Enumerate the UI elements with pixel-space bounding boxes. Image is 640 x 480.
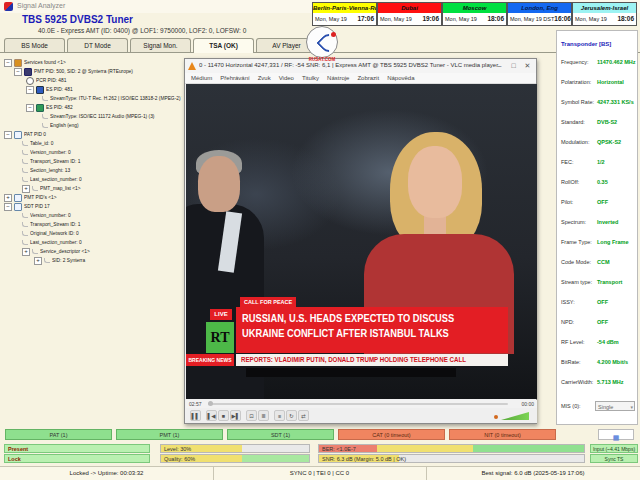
collapse-icon[interactable]: − [26, 86, 34, 94]
random-button[interactable]: ⇄ [298, 410, 309, 421]
psi-cat: CAT (0 timeout) [338, 429, 445, 440]
quality-fill-green [242, 455, 309, 462]
leaf-connector-icon [22, 222, 28, 227]
tree-item[interactable]: Table_id: 0 [22, 139, 57, 148]
vlc-minimize-icon[interactable]: – [493, 61, 506, 71]
pause-button[interactable]: ▌▌ [190, 410, 201, 421]
menu-view[interactable]: Zobrazit [357, 75, 379, 81]
clock-time: 16:06:57 [554, 13, 571, 25]
tuner-title: TBS 5925 DVBS2 Tuner [22, 14, 133, 25]
status-lock-uptime: Locked -> Uptime: 00:03:32 [0, 467, 214, 480]
tree-item[interactable]: English (eng) [42, 121, 82, 130]
collapse-icon[interactable]: − [14, 68, 22, 76]
next-button[interactable]: ▶▌ [230, 410, 241, 421]
param-label: RollOff: [561, 179, 579, 185]
tree-item[interactable]: +Service_descriptor <1> [22, 247, 97, 256]
tree-item[interactable]: PCR PID: 481 [26, 76, 71, 85]
clock-date: Mon, May 19 [445, 13, 477, 25]
tree-item[interactable]: Version_number: 0 [22, 211, 76, 220]
collapse-icon[interactable]: − [26, 104, 34, 112]
tab-bs-mode[interactable]: BS Mode [4, 38, 65, 52]
vlc-close-icon[interactable]: ✕ [521, 61, 534, 71]
tree-item[interactable]: Last_section_number: 0 [22, 238, 89, 247]
seek-handle[interactable] [208, 401, 213, 406]
satellite-dish-icon [306, 26, 338, 58]
collapse-icon[interactable]: − [4, 203, 12, 211]
previous-button[interactable]: ▌◀ [206, 410, 217, 421]
clock-date: Mon, May 19 DST [510, 13, 554, 25]
expand-icon[interactable]: + [34, 257, 42, 265]
tab-tsa[interactable]: TSA (OK) [193, 38, 254, 53]
param-label: Modulation: [561, 139, 589, 145]
playlist-button[interactable]: ≡ [274, 410, 285, 421]
tree-item[interactable]: Last_section_number: 0 [22, 175, 89, 184]
menu-video[interactable]: Video [279, 75, 294, 81]
menu-audio[interactable]: Zvuk [258, 75, 271, 81]
psi-pmt: PMT (1) [116, 429, 223, 440]
param-value: Horizontal [597, 79, 624, 85]
expand-icon[interactable]: + [22, 248, 30, 256]
param-value: 4247.331 KS/s [597, 99, 634, 105]
param-label: FEC: [561, 159, 574, 165]
tree-item[interactable]: Transport_Stream ID: 1 [22, 157, 87, 166]
leaf-connector-icon [42, 114, 48, 119]
param-value: OFF [597, 199, 608, 205]
watermark-logo: RUSAT.COM [300, 26, 344, 64]
present-indicator: Present [4, 444, 150, 453]
vlc-maximize-icon[interactable]: □ [507, 61, 520, 71]
param-value: OFF [597, 299, 608, 305]
tab-dt-mode[interactable]: DT Mode [67, 38, 128, 52]
loop-button[interactable]: ↻ [286, 410, 297, 421]
expand-icon[interactable]: + [22, 185, 30, 193]
tree-item[interactable]: +SID: 2 Synterra [34, 256, 90, 265]
collapse-icon[interactable]: − [4, 131, 12, 139]
video-area[interactable]: CALL FOR PEACE LIVE RT RUSSIAN, U.S. HEA… [186, 84, 537, 399]
volume-slider[interactable] [501, 412, 529, 420]
menu-media[interactable]: Médium [191, 75, 212, 81]
tree-item[interactable]: Original_Network ID: 0 [22, 229, 85, 238]
tree-item[interactable]: +PMT PID's <1> [4, 193, 61, 202]
tree-item[interactable]: −PMT PID: 500, SID: 2 @ Synterra (RTEuro… [14, 67, 146, 76]
tree-item[interactable]: Section_lenght: 13 [22, 166, 76, 175]
extended-settings-button[interactable]: ≣ [258, 410, 269, 421]
menu-tools[interactable]: Nástroje [327, 75, 349, 81]
fullscreen-button[interactable]: ⊡ [246, 410, 257, 421]
tree-item[interactable]: −ES PID: 481 [26, 85, 76, 94]
tree-item[interactable]: −Services found <1> [4, 58, 71, 67]
tree-item[interactable]: Version_number: 0 [22, 148, 76, 157]
tree-item[interactable]: Transport_Stream ID: 1 [22, 220, 87, 229]
tree-item[interactable]: StreamType: ITU-T Rec. H.262 | ISO/IEC 1… [42, 94, 182, 103]
transponder-panel: Transponder [BS] Frequency:11470.462 MHz… [556, 30, 638, 425]
vlc-titlebar[interactable]: 0 - 11470 Horizontal 4247,331 / RF: -54 … [185, 59, 536, 73]
tree-item[interactable]: +PMT_map_list <1> [22, 184, 86, 193]
collapse-icon[interactable]: − [4, 59, 12, 67]
rt-logo: RT [206, 322, 234, 353]
tree-item[interactable]: −ES PID: 482 [26, 103, 76, 112]
param-value: DVB-S2 [597, 119, 617, 125]
leaf-connector-icon [22, 213, 28, 218]
leaf-connector-icon [32, 249, 38, 254]
tab-signal-mon[interactable]: Signal Mon. [130, 38, 191, 52]
menu-playback[interactable]: Přehrávání [220, 75, 249, 81]
tree-item[interactable]: StreamType: ISO/IEC 11172 Audio (MPEG-1)… [42, 112, 169, 121]
sync-ts-indicator: Sync TS [590, 454, 638, 463]
psi-table-button[interactable]: ▦ [598, 429, 634, 440]
menu-subtitles[interactable]: Titulky [302, 75, 319, 81]
menu-help[interactable]: Nápověda [387, 75, 414, 81]
seek-bar[interactable] [208, 403, 508, 405]
psi-pat: PAT (1) [5, 429, 112, 440]
leaf-connector-icon [42, 96, 48, 101]
tree-item[interactable]: −PAT PID 0 [4, 130, 49, 139]
expand-icon[interactable]: + [4, 194, 12, 202]
lock-indicator: Lock [4, 454, 150, 463]
leaf-connector-icon [22, 240, 28, 245]
param-value: 4.200 Mbit/s [597, 359, 628, 365]
tree-item[interactable]: −SDT PID 17 [4, 202, 53, 211]
param-label: Spectrum: [561, 219, 586, 225]
vlc-cone-icon [188, 62, 196, 70]
stop-button[interactable]: ■ [218, 410, 229, 421]
table-icon: ▦ [613, 434, 620, 441]
headline-line2: UKRAINE CONFLICT AFTER ISTANBUL TALKS [242, 326, 489, 341]
mis-dropdown[interactable]: Single▾ [595, 401, 635, 411]
param-value: Inverted [597, 219, 618, 225]
